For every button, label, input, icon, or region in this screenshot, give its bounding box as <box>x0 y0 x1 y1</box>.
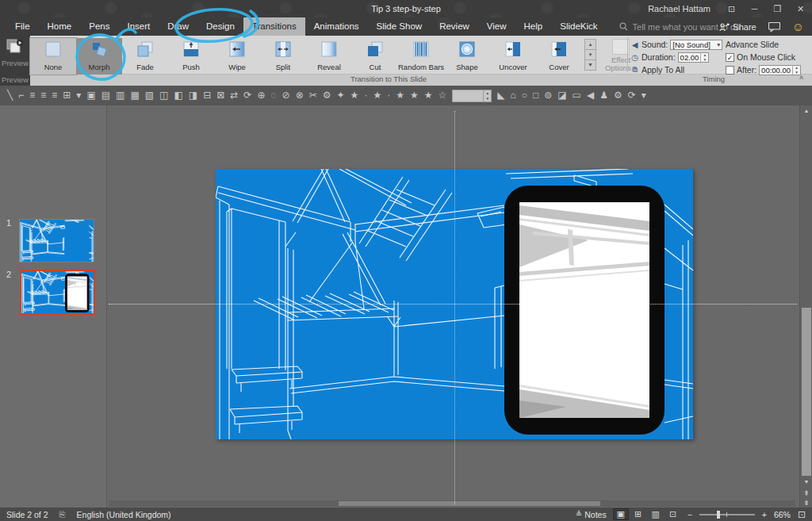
collapse-ribbon-icon[interactable]: ˄ <box>799 74 803 82</box>
ribbon-display-options-icon[interactable]: ⊡ <box>720 0 743 17</box>
tab-transitions[interactable]: Transitions <box>243 17 305 36</box>
slide-sorter-view-button[interactable]: ⊞ <box>631 509 645 519</box>
star-effect-3-icon[interactable]: ★ <box>396 86 404 105</box>
zoom-slider-handle[interactable] <box>717 511 720 519</box>
tab-view[interactable]: View <box>478 17 515 36</box>
sparkle-star-icon[interactable]: ✦ <box>337 86 345 105</box>
transition-random-bars[interactable]: Random Bars <box>398 38 444 75</box>
tab-slide-show[interactable]: Slide Show <box>368 17 431 36</box>
align-left-icon[interactable]: ≡ <box>29 86 35 105</box>
restore-icon[interactable]: ❒ <box>766 0 789 17</box>
transition-wipe[interactable]: Wipe <box>214 38 260 75</box>
gallery-more-icon[interactable]: ▼ <box>584 59 596 71</box>
account-name[interactable]: Rachael Hattam <box>648 0 710 17</box>
transition-none[interactable]: None <box>30 38 76 75</box>
vertical-scrollbar-thumb[interactable] <box>802 308 811 476</box>
duration-spinner[interactable]: 02.00 ▴▾ <box>678 52 710 63</box>
slideshow-view-button[interactable]: ⊡ <box>666 509 680 519</box>
bring-front-icon[interactable]: ▥ <box>116 86 124 105</box>
send-backward-icon[interactable]: ▤ <box>102 86 110 105</box>
transition-morph[interactable]: Morph <box>76 38 122 75</box>
tab-home[interactable]: Home <box>39 17 81 36</box>
audio-tool-icon[interactable]: ◀ <box>587 86 594 105</box>
transition-split[interactable]: Split <box>260 38 306 75</box>
star-outline-icon[interactable]: ☆ <box>438 86 446 105</box>
dot-sep-1-icon[interactable]: · <box>364 86 367 105</box>
options-gear-icon[interactable]: ⚙ <box>614 86 622 105</box>
collapse-box-icon[interactable]: ⊟ <box>203 86 211 105</box>
gallery-scroll-up-icon[interactable]: ▴ <box>584 39 596 50</box>
half-left-icon[interactable]: ◧ <box>174 86 182 105</box>
pentagon-tool-icon[interactable]: ⌂ <box>510 86 515 105</box>
minimize-icon[interactable]: ─ <box>743 0 766 17</box>
tab-animations[interactable]: Animations <box>305 17 368 36</box>
position-grid-icon[interactable]: ⊞ <box>63 86 71 105</box>
target-tool-icon[interactable]: ⊚ <box>544 86 552 105</box>
gear-icon[interactable]: ⚙ <box>323 86 331 105</box>
on-mouse-click-checkbox[interactable]: ✓ <box>726 53 734 62</box>
delete-box-icon[interactable]: ⊠ <box>216 86 224 105</box>
horizontal-scrollbar-thumb[interactable] <box>339 501 600 506</box>
position-dropdown-icon[interactable]: ▾ <box>76 86 81 105</box>
send-back-icon[interactable]: ▦ <box>130 86 139 105</box>
align-center-icon[interactable]: ≡ <box>40 86 46 105</box>
reading-view-button[interactable]: ▥ <box>649 509 663 519</box>
picture-placeholder-icon[interactable]: ◪ <box>557 86 566 105</box>
swap-icon[interactable]: ⇄ <box>230 86 238 105</box>
tab-review[interactable]: Review <box>431 17 478 36</box>
tab-insert[interactable]: Insert <box>118 17 159 36</box>
media-placeholder-icon[interactable]: ▭ <box>573 86 581 105</box>
transition-fade[interactable]: Fade <box>122 38 168 75</box>
after-checkbox[interactable] <box>726 66 734 75</box>
fit-to-window-icon[interactable]: ⊡ <box>798 509 806 520</box>
zoom-out-button[interactable]: − <box>688 510 692 519</box>
half-right-icon[interactable]: ◨ <box>189 86 197 105</box>
tab-slidekick[interactable]: SlideKick <box>551 17 606 36</box>
vertical-scrollbar[interactable]: ▲ ▼ ⇞ ⇟ <box>799 105 812 508</box>
bring-forward-icon[interactable]: ▣ <box>86 86 95 105</box>
merge-shapes-icon[interactable]: ⊗ <box>296 86 304 105</box>
after-spinner[interactable]: 00:00.00 ▴▾ <box>759 65 801 75</box>
feedback-smiley-icon[interactable]: ☺ <box>792 21 804 33</box>
transition-shape[interactable]: Shape <box>444 38 490 75</box>
transition-cover[interactable]: Cover <box>536 38 582 75</box>
transition-reveal[interactable]: Reveal <box>306 38 352 75</box>
dot-sep-2-icon[interactable]: · <box>387 86 390 105</box>
rotate-icon[interactable]: ⟳ <box>243 86 251 105</box>
proofing-icon[interactable]: ⎘ <box>59 510 66 519</box>
transition-push[interactable]: Push <box>168 38 214 75</box>
ellipse-tool-icon[interactable]: ○ <box>522 86 527 105</box>
line-icon[interactable]: ╲ <box>7 86 13 105</box>
notes-toggle[interactable]: Notes <box>584 510 606 519</box>
reset-tool-icon[interactable]: ⟳ <box>628 86 636 105</box>
tab-design[interactable]: Design <box>197 17 243 36</box>
star-effect-4-icon[interactable]: ★ <box>410 86 419 105</box>
sound-dropdown[interactable]: [No Sound] ▾ <box>670 40 722 50</box>
more-dropdown-icon[interactable]: ▾ <box>642 86 646 105</box>
duplicate-slide-icon[interactable]: ◫ <box>159 86 168 105</box>
horizontal-scrollbar[interactable] <box>109 500 795 507</box>
rectangle-tool-icon[interactable]: □ <box>533 86 538 105</box>
language-status[interactable]: English (United Kingdom) <box>77 510 171 519</box>
value-spinner[interactable]: ▴▾ <box>452 90 492 102</box>
next-slide-icon[interactable]: ⇟ <box>800 498 812 508</box>
zoom-in-button[interactable]: + <box>762 510 767 519</box>
star-effect-1-icon[interactable]: ★ <box>350 86 359 105</box>
apply-to-all-button[interactable]: Apply To All <box>642 65 684 75</box>
tab-pens[interactable]: Pens <box>80 17 118 36</box>
close-icon[interactable]: ✕ <box>789 0 812 17</box>
duration-spin-arrows-icon[interactable]: ▴▾ <box>700 52 708 62</box>
no-fill-icon[interactable]: ⊘ <box>282 86 290 105</box>
star-effect-2-icon[interactable]: ★ <box>373 86 381 105</box>
previous-slide-icon[interactable]: ⇞ <box>800 488 812 498</box>
share-button[interactable]: Share <box>719 22 756 32</box>
tab-draw[interactable]: Draw <box>159 17 197 36</box>
scroll-down-icon[interactable]: ▼ <box>800 477 812 488</box>
gallery-scroll-down-icon[interactable]: ▾ <box>584 49 596 60</box>
slide-1-thumbnail[interactable] <box>20 220 94 262</box>
zoom-level[interactable]: 66% <box>774 510 791 519</box>
scissors-icon[interactable]: ✂ <box>309 86 317 105</box>
normal-view-button[interactable]: ▣ <box>614 509 628 519</box>
align-right-icon[interactable]: ≡ <box>52 86 57 105</box>
comments-icon[interactable] <box>768 22 780 32</box>
